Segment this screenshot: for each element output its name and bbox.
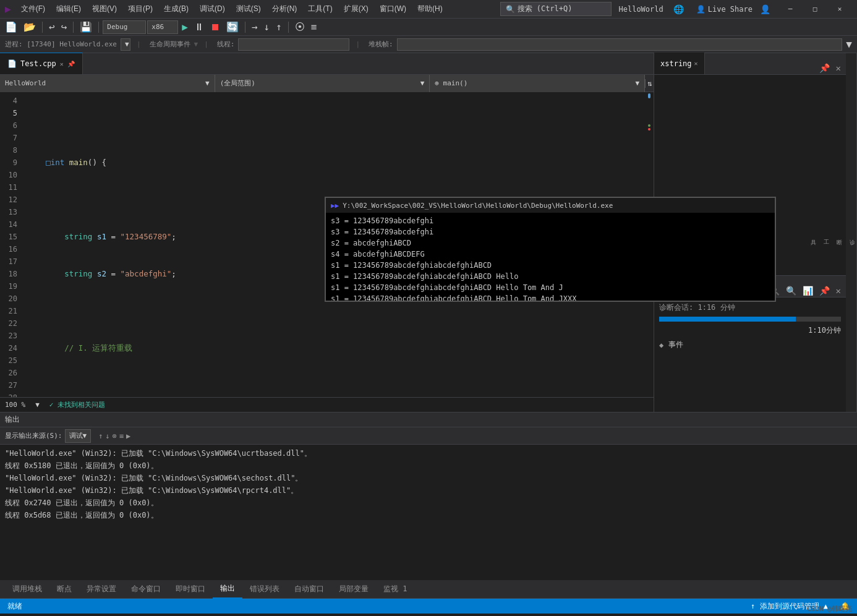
account-icon[interactable]: 👤 [760, 4, 770, 14]
tab-testcpp[interactable]: 📄 Test.cpp ✕ 📌 [0, 53, 83, 74]
liveshare-icon: 👤 [696, 5, 706, 14]
tab-watch1[interactable]: 监视 1 [376, 580, 414, 599]
debug-mode-dropdown[interactable]: Debug [103, 20, 146, 34]
menu-view[interactable]: 视图(V) [87, 2, 122, 15]
scroll-indicator-blue [648, 93, 650, 98]
output-line-5: 线程 0x2740 已退出，返回值为 0 (0x0)。 [5, 497, 852, 509]
ln-7: 7 [2, 132, 17, 144]
search-icon: 🔍 [506, 5, 515, 14]
maximize-button[interactable]: □ [803, 0, 827, 19]
menu-tools[interactable]: 工具(T) [303, 2, 337, 15]
diag-action-4[interactable]: 📊 [800, 284, 816, 297]
pause-btn[interactable]: ⏸ [192, 20, 207, 34]
toolbar-separator-5 [288, 22, 289, 33]
menu-analyze[interactable]: 分析(N) [267, 2, 302, 15]
menu-help[interactable]: 帮助(H) [412, 2, 448, 15]
global-scope-label: (全局范围) [220, 79, 255, 88]
function-dropdown[interactable]: ⊕ main() ▼ [430, 75, 645, 92]
disassembly-btn[interactable]: ≡ [309, 20, 320, 34]
editor-scope-bar: HelloWorld ▼ (全局范围) ▼ ⊕ main() ▼ ⇅ [0, 75, 654, 92]
save-btn[interactable]: 💾 [77, 20, 95, 34]
process-dropdown[interactable]: ▼ [121, 38, 130, 51]
step-out-btn[interactable]: ↑ [273, 20, 284, 34]
diag-time-label: 1:10分钟 [808, 325, 841, 336]
diag-progress-row [659, 317, 841, 322]
continue-btn[interactable]: ▶ [179, 20, 190, 34]
output-btn-3[interactable]: ⊗ [113, 432, 117, 440]
liveshare-button[interactable]: 👤 Live Share [691, 4, 757, 15]
diag-action-3[interactable]: 🔍 [783, 284, 799, 297]
class-scope-dropdown[interactable]: HelloWorld ▼ [0, 75, 215, 92]
diag-pin-btn[interactable]: 📌 [817, 284, 832, 297]
arch-dropdown[interactable]: x86 [147, 20, 178, 34]
restart-btn[interactable]: 🔄 [224, 20, 241, 34]
output-line-6: 线程 0x5d68 已退出，返回值为 0 (0x0)。 [5, 509, 852, 521]
bottom-tabs: 调用堆栈 断点 异常设置 命令窗口 即时窗口 输出 错误列表 自动窗口 局部变量… [0, 580, 857, 599]
debug-bar: 进程: [17340] HelloWorld.exe ▼ | 生命周期事件 ▼ … [0, 36, 857, 53]
minimize-button[interactable]: ─ [778, 0, 803, 19]
tab-callstack[interactable]: 调用堆栈 [5, 580, 49, 599]
sync-btn[interactable]: ⇅ [645, 79, 654, 88]
zoom-level: 100 % [5, 401, 25, 409]
sidebar-strip: 诊 断 工 具 [846, 53, 857, 412]
tab-auto[interactable]: 自动窗口 [287, 580, 331, 599]
console-titlebar: ▶▶ Y:\002_WorkSpace\002_VS\HelloWorld\He… [326, 198, 775, 213]
search-bar[interactable]: 🔍 搜索 (Ctrl+Q) [500, 2, 612, 16]
vs-logo: ▶ [5, 3, 11, 15]
menu-build[interactable]: 生成(B) [159, 2, 194, 15]
breakpoint-btn[interactable]: ⦿ [292, 20, 307, 34]
xstring-panel-actions: 📌 ✕ [817, 62, 846, 74]
global-scope-arrow: ▼ [420, 79, 425, 87]
step-into-btn[interactable]: ↓ [262, 20, 273, 34]
stop-btn[interactable]: ⏹ [208, 20, 223, 34]
tab-close-btn[interactable]: ✕ [60, 61, 64, 67]
tab-errorlist[interactable]: 错误列表 [242, 580, 287, 599]
output-btn-2[interactable]: ↓ [105, 432, 109, 440]
menu-window[interactable]: 窗口(W) [375, 2, 411, 15]
ln-6: 6 [2, 119, 17, 132]
output-btn-1[interactable]: ↑ [98, 432, 103, 440]
close-button[interactable]: ✕ [827, 0, 852, 19]
tab-command[interactable]: 命令窗口 [124, 580, 168, 599]
global-scope-dropdown[interactable]: (全局范围) ▼ [215, 75, 430, 92]
redo-btn[interactable]: ↪ [59, 20, 70, 34]
open-btn[interactable]: 📂 [21, 20, 38, 34]
diag-session-label: 诊断会话: 1:16 分钟 [659, 302, 735, 313]
new-file-btn[interactable]: 📄 [2, 20, 20, 34]
thread-dropdown[interactable] [238, 38, 349, 51]
stack-nav-btn[interactable]: ▼ [843, 37, 855, 51]
output-btn-5[interactable]: ▶ [126, 432, 130, 440]
diag-progress-bar [659, 317, 841, 322]
output-source-dropdown[interactable]: 调试 ▼ [65, 429, 92, 443]
console-line-1: s3 = 123456789abcdefghi [331, 215, 770, 226]
tab-pin[interactable]: 📌 [67, 61, 75, 67]
output-content: "HelloWorld.exe" (Win32): 已加载 "C:\Window… [0, 445, 857, 580]
stack-dropdown[interactable] [397, 38, 843, 51]
menu-project[interactable]: 项目(P) [123, 2, 158, 15]
step-over-btn[interactable]: → [249, 20, 260, 34]
tab-exceptions[interactable]: 异常设置 [79, 580, 124, 599]
menu-extensions[interactable]: 扩展(X) [339, 2, 373, 15]
undo-btn[interactable]: ↩ [46, 20, 58, 34]
xstring-tab-close[interactable]: ✕ [694, 60, 698, 67]
process-label: 进程: [17340] HelloWorld.exe [5, 40, 117, 49]
status-ready[interactable]: 就绪 [5, 601, 25, 612]
xstring-close-btn[interactable]: ✕ [834, 62, 843, 74]
tab-output[interactable]: 输出 [213, 580, 242, 599]
output-btn-4[interactable]: ≡ [119, 432, 124, 440]
menu-test[interactable]: 测试(S) [231, 2, 266, 15]
ln-8: 8 [2, 144, 17, 156]
xstring-pin-btn[interactable]: 📌 [817, 62, 832, 74]
xstring-tab[interactable]: xstring ✕ [654, 53, 705, 74]
tab-breakpoints[interactable]: 断点 [49, 580, 79, 599]
menu-debug[interactable]: 调试(D) [195, 2, 230, 15]
sidebar-text3: 工 [822, 235, 830, 236]
menu-edit[interactable]: 编辑(E) [51, 2, 86, 15]
bottom-panel: 输出 显示输出来源(S): 调试 ▼ ↑ ↓ ⊗ ≡ ▶ "HelloWorld… [0, 412, 857, 599]
console-line-5: s1 = 123456789abcdefghiabcdefghiABCD [331, 260, 770, 271]
diag-event-label: ◆ [659, 341, 663, 349]
menu-file[interactable]: 文件(F) [16, 2, 50, 15]
tab-immediate[interactable]: 即时窗口 [168, 580, 213, 599]
tab-locals[interactable]: 局部变量 [331, 580, 376, 599]
diag-close-btn[interactable]: ✕ [834, 284, 843, 297]
